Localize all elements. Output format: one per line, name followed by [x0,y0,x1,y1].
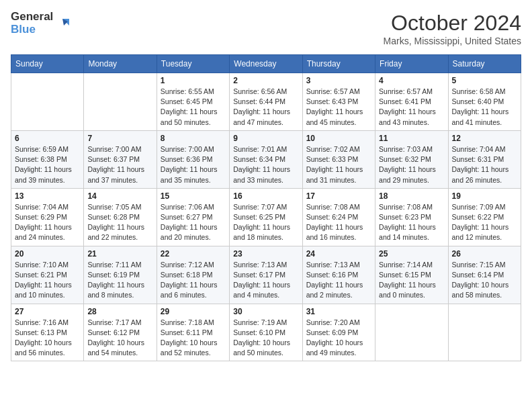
day-number: 5 [452,76,517,85]
day-detail: Sunrise: 7:08 AMSunset: 6:24 PMDaylight:… [306,202,371,243]
calendar-cell: 6 Sunrise: 6:59 AMSunset: 6:38 PMDayligh… [11,130,84,188]
calendar-cell: 14 Sunrise: 7:05 AMSunset: 6:28 PMDaylig… [84,188,157,246]
calendar-cell: 27 Sunrise: 7:16 AMSunset: 6:13 PMDaylig… [11,304,84,361]
day-number: 22 [161,249,226,259]
calendar-cell: 13 Sunrise: 7:04 AMSunset: 6:29 PMDaylig… [11,188,84,246]
day-detail: Sunrise: 7:13 AMSunset: 6:17 PMDaylight:… [233,260,298,301]
day-number: 25 [379,249,444,259]
day-detail: Sunrise: 7:02 AMSunset: 6:33 PMDaylight:… [306,144,371,185]
calendar-cell: 7 Sunrise: 7:00 AMSunset: 6:37 PMDayligh… [84,130,157,188]
day-number: 19 [452,191,517,201]
title-block: October 2024 Marks, Mississippi, United … [384,11,521,46]
calendar-week-row: 27 Sunrise: 7:16 AMSunset: 6:13 PMDaylig… [11,304,521,361]
calendar-cell: 10 Sunrise: 7:02 AMSunset: 6:33 PMDaylig… [302,130,375,188]
calendar-cell: 21 Sunrise: 7:11 AMSunset: 6:19 PMDaylig… [84,246,157,304]
calendar-cell: 24 Sunrise: 7:13 AMSunset: 6:16 PMDaylig… [302,246,375,304]
calendar-cell: 9 Sunrise: 7:01 AMSunset: 6:34 PMDayligh… [230,130,302,188]
calendar-week-row: 1 Sunrise: 6:55 AMSunset: 6:45 PMDayligh… [11,73,521,131]
calendar-week-row: 20 Sunrise: 7:10 AMSunset: 6:21 PMDaylig… [11,246,521,304]
day-number: 4 [379,76,444,85]
day-detail: Sunrise: 7:18 AMSunset: 6:11 PMDaylight:… [161,318,226,359]
day-number: 9 [233,134,298,143]
day-number: 7 [87,134,152,143]
calendar-cell [448,304,521,361]
day-number: 20 [15,249,80,259]
day-detail: Sunrise: 6:56 AMSunset: 6:44 PMDaylight:… [233,87,298,128]
day-number: 21 [87,249,152,259]
day-detail: Sunrise: 7:15 AMSunset: 6:14 PMDaylight:… [452,260,517,301]
day-number: 8 [161,134,226,143]
calendar-cell: 5 Sunrise: 6:58 AMSunset: 6:40 PMDayligh… [448,73,521,131]
day-detail: Sunrise: 7:19 AMSunset: 6:10 PMDaylight:… [233,318,298,359]
calendar-cell: 16 Sunrise: 7:07 AMSunset: 6:25 PMDaylig… [230,188,302,246]
weekday-header: Friday [375,55,448,73]
calendar-cell: 4 Sunrise: 6:57 AMSunset: 6:41 PMDayligh… [375,73,448,131]
page-header: GeneralBlue October 2024 Marks, Mississi… [11,11,521,46]
day-number: 13 [15,191,80,201]
calendar-cell: 28 Sunrise: 7:17 AMSunset: 6:12 PMDaylig… [84,304,157,361]
calendar-cell: 26 Sunrise: 7:15 AMSunset: 6:14 PMDaylig… [448,246,521,304]
weekday-header: Monday [84,55,157,73]
calendar-cell: 8 Sunrise: 7:00 AMSunset: 6:36 PMDayligh… [157,130,229,188]
day-detail: Sunrise: 6:57 AMSunset: 6:43 PMDaylight:… [306,87,371,128]
day-detail: Sunrise: 7:05 AMSunset: 6:28 PMDaylight:… [87,202,152,243]
day-number: 3 [306,76,371,85]
calendar-cell: 25 Sunrise: 7:14 AMSunset: 6:15 PMDaylig… [375,246,448,304]
day-detail: Sunrise: 7:04 AMSunset: 6:29 PMDaylight:… [15,202,80,243]
logo-text: GeneralBlue [11,11,53,36]
location: Marks, Mississippi, United States [384,36,521,46]
day-number: 14 [87,191,152,201]
weekday-header: Saturday [448,55,521,73]
calendar-cell: 29 Sunrise: 7:18 AMSunset: 6:11 PMDaylig… [157,304,229,361]
day-number: 11 [379,134,444,143]
day-number: 31 [306,307,371,316]
day-number: 16 [233,191,298,201]
weekday-header: Thursday [302,55,375,73]
calendar-cell: 30 Sunrise: 7:19 AMSunset: 6:10 PMDaylig… [230,304,302,361]
day-number: 15 [161,191,226,201]
day-detail: Sunrise: 7:01 AMSunset: 6:34 PMDaylight:… [233,144,298,185]
day-detail: Sunrise: 7:10 AMSunset: 6:21 PMDaylight:… [15,260,80,301]
day-number: 10 [306,134,371,143]
logo-bird-icon [56,16,71,31]
day-detail: Sunrise: 7:20 AMSunset: 6:09 PMDaylight:… [306,318,371,359]
calendar-cell: 1 Sunrise: 6:55 AMSunset: 6:45 PMDayligh… [157,73,229,131]
day-number: 12 [452,134,517,143]
calendar-cell: 19 Sunrise: 7:09 AMSunset: 6:22 PMDaylig… [448,188,521,246]
day-detail: Sunrise: 7:00 AMSunset: 6:36 PMDaylight:… [161,144,226,185]
calendar-cell: 20 Sunrise: 7:10 AMSunset: 6:21 PMDaylig… [11,246,84,304]
calendar-cell: 12 Sunrise: 7:04 AMSunset: 6:31 PMDaylig… [448,130,521,188]
day-detail: Sunrise: 7:04 AMSunset: 6:31 PMDaylight:… [452,144,517,185]
day-number: 29 [161,307,226,316]
day-number: 24 [306,249,371,259]
day-detail: Sunrise: 7:06 AMSunset: 6:27 PMDaylight:… [161,202,226,243]
day-detail: Sunrise: 6:59 AMSunset: 6:38 PMDaylight:… [15,144,80,185]
calendar-week-row: 13 Sunrise: 7:04 AMSunset: 6:29 PMDaylig… [11,188,521,246]
calendar-cell [375,304,448,361]
day-detail: Sunrise: 7:16 AMSunset: 6:13 PMDaylight:… [15,318,80,359]
calendar-cell [84,73,157,131]
calendar-week-row: 6 Sunrise: 6:59 AMSunset: 6:38 PMDayligh… [11,130,521,188]
day-detail: Sunrise: 7:03 AMSunset: 6:32 PMDaylight:… [379,144,444,185]
month-title: October 2024 [384,11,521,36]
day-detail: Sunrise: 6:57 AMSunset: 6:41 PMDaylight:… [379,87,444,128]
day-detail: Sunrise: 7:09 AMSunset: 6:22 PMDaylight:… [452,202,517,243]
calendar-cell: 23 Sunrise: 7:13 AMSunset: 6:17 PMDaylig… [230,246,302,304]
day-detail: Sunrise: 7:11 AMSunset: 6:19 PMDaylight:… [87,260,152,301]
day-number: 2 [233,76,298,85]
calendar-cell [11,73,84,131]
day-number: 17 [306,191,371,201]
calendar-cell: 22 Sunrise: 7:12 AMSunset: 6:18 PMDaylig… [157,246,229,304]
day-detail: Sunrise: 7:14 AMSunset: 6:15 PMDaylight:… [379,260,444,301]
calendar-cell: 3 Sunrise: 6:57 AMSunset: 6:43 PMDayligh… [302,73,375,131]
day-detail: Sunrise: 7:00 AMSunset: 6:37 PMDaylight:… [87,144,152,185]
logo: GeneralBlue [11,11,71,36]
calendar-cell: 2 Sunrise: 6:56 AMSunset: 6:44 PMDayligh… [230,73,302,131]
calendar-cell: 15 Sunrise: 7:06 AMSunset: 6:27 PMDaylig… [157,188,229,246]
day-number: 6 [15,134,80,143]
day-detail: Sunrise: 7:17 AMSunset: 6:12 PMDaylight:… [87,318,152,359]
day-number: 28 [87,307,152,316]
calendar-cell: 11 Sunrise: 7:03 AMSunset: 6:32 PMDaylig… [375,130,448,188]
day-detail: Sunrise: 6:58 AMSunset: 6:40 PMDaylight:… [452,87,517,128]
day-number: 23 [233,249,298,259]
